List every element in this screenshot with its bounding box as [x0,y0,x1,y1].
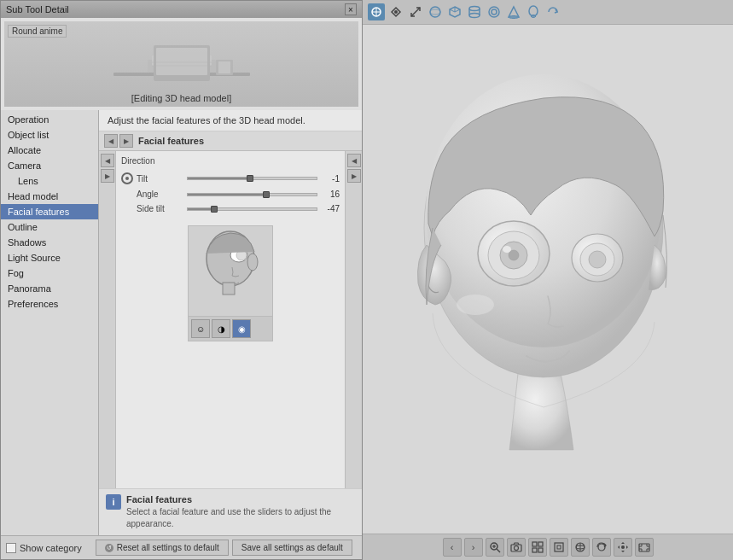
angle-track[interactable] [187,193,317,196]
nav-item-allocate[interactable]: Allocate [1,143,98,158]
cylinder-icon [468,5,481,19]
right-side-btn-2[interactable]: ▶ [347,169,361,183]
cube-icon [448,5,462,19]
vp-camera-btn[interactable] [507,538,526,557]
head-preview-panel: ☺ ◑ ◉ [188,225,273,341]
angle-thumb[interactable] [263,191,270,198]
vp-shape-5[interactable] [505,3,522,20]
head-btn-side[interactable]: ◑ [212,319,230,338]
vp-screenshot-btn[interactable] [635,538,654,557]
vp-shape-6[interactable] [525,3,542,20]
nav-item-head-model[interactable]: Head model [1,189,98,204]
bottom-bar: Show category ↺ Reset all settings to de… [1,535,362,559]
screenshot-icon [638,541,650,553]
grid-icon [532,541,544,553]
head-btn-front[interactable]: ☺ [191,319,210,338]
left-side-btn-1[interactable]: ◀ [101,154,114,167]
head-icon [526,5,540,19]
svg-rect-57 [538,548,543,552]
vp-btn-1[interactable] [368,3,385,20]
vp-btn-3[interactable] [407,3,424,20]
vp-btn-2[interactable] [387,3,404,20]
tilt-value: -1 [321,174,340,184]
head-preview-inner [189,226,272,316]
expand-right-btn[interactable]: ▶ [119,134,133,148]
info-desc: Select a facial feature and use the slid… [126,506,355,530]
vp-grid-btn[interactable] [528,538,547,557]
vp-shape-1[interactable] [427,3,444,20]
bottom-buttons: ↺ Reset all settings to default Save all… [96,540,352,556]
subtool-window: Sub Tool Detail × [0,0,363,560]
preview-caption: [Editing 3D head model] [131,93,231,103]
svg-point-10 [247,254,258,271]
info-title: Facial features [126,494,355,505]
nav-item-lens[interactable]: Lens [1,173,98,189]
close-button[interactable]: × [345,3,357,15]
head-preview-toolbar: ☺ ◑ ◉ [189,316,272,341]
preview-area: Round anime [Editing 3D head model] [4,21,358,107]
nav-item-object-list[interactable]: Object list [1,127,98,143]
svg-rect-58 [555,543,563,551]
svg-point-29 [489,7,499,17]
frame-icon [553,541,565,553]
left-side-btn-2[interactable]: ▶ [101,169,114,183]
info-icon: i [106,494,121,510]
svg-point-17 [394,10,398,14]
svg-point-19 [430,7,440,17]
zoom-icon [489,541,501,553]
right-side-btn-1[interactable]: ◀ [347,154,361,167]
info-box: i Facial features Select a facial featur… [99,488,362,535]
side-tilt-track[interactable] [187,207,317,211]
vp-shape-7[interactable] [544,3,561,20]
nav-item-operation[interactable]: Operation [1,112,98,127]
vp-pan-btn[interactable] [614,538,632,557]
left-nav: Operation Object list Allocate Camera Le… [1,110,99,535]
reset-icon: ↺ [105,544,113,552]
head-preview-svg [195,226,267,316]
viewport-area[interactable] [363,25,733,534]
show-category-checkbox[interactable] [6,543,16,553]
tilt-thumb[interactable] [247,175,253,182]
vp-orbit-btn[interactable] [571,538,590,557]
nav-item-preferences[interactable]: Preferences [1,296,98,312]
nav-item-facial-features[interactable]: Facial features [1,204,98,219]
nav-item-panorama[interactable]: Panorama [1,281,98,296]
save-button[interactable]: Save all settings as default [232,540,352,556]
tilt-label: Tilt [137,174,183,184]
camera-icon [510,541,522,553]
svg-point-46 [589,251,606,268]
vp-zoom-btn[interactable] [486,538,504,557]
vp-shape-2[interactable] [446,3,463,20]
vp-shape-3[interactable] [466,3,483,20]
subtool-titlebar: Sub Tool Detail × [1,1,362,18]
angle-label: Angle [137,190,183,199]
left-panel: Sub Tool Detail × [0,0,363,560]
nav-item-shadows[interactable]: Shadows [1,235,98,250]
head-3d-svg [386,57,710,501]
svg-rect-54 [532,542,537,546]
nav-item-camera[interactable]: Camera [1,158,98,173]
expand-left-btn[interactable]: ◀ [104,134,118,148]
side-left-toolbar: ◀ ▶ [99,151,116,488]
vp-frame-btn[interactable] [550,538,568,557]
head-3d-container [363,25,733,534]
vp-rotate-btn[interactable] [592,538,611,557]
side-tilt-value: -47 [321,204,340,213]
svg-point-20 [430,9,440,15]
nav-item-light-source[interactable]: Light Source [1,250,98,265]
show-category-check[interactable]: Show category [6,543,82,553]
vp-forward-btn[interactable]: › [464,538,483,557]
vp-back-btn[interactable]: ‹ [443,538,462,557]
scale-icon [410,6,422,18]
side-tilt-thumb[interactable] [211,206,218,213]
reset-button[interactable]: ↺ Reset all settings to default [96,540,229,556]
svg-rect-56 [532,548,537,552]
nav-item-outline[interactable]: Outline [1,219,98,235]
show-category-label: Show category [20,543,82,553]
move-icon [370,6,382,18]
vp-shape-4[interactable] [486,3,503,20]
section-title: Facial features [135,134,207,148]
head-btn-selected[interactable]: ◉ [232,319,251,338]
tilt-track[interactable] [187,177,317,180]
nav-item-fog[interactable]: Fog [1,265,98,281]
